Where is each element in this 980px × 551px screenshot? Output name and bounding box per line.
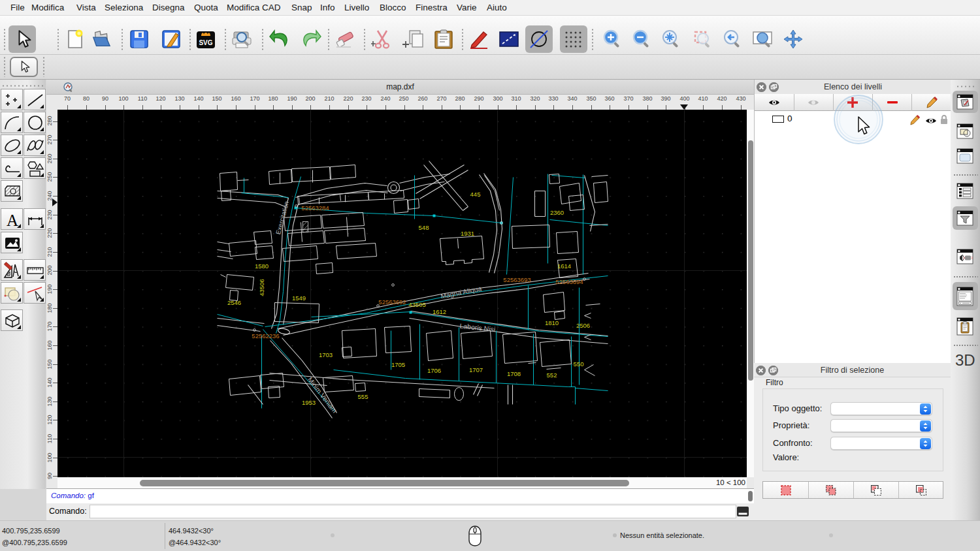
svg-text:548: 548 <box>419 224 429 231</box>
svg-text:1580: 1580 <box>255 262 269 270</box>
svg-text:43506: 43506 <box>258 279 265 296</box>
svg-text:1612: 1612 <box>433 308 446 315</box>
svg-text:1953: 1953 <box>302 399 316 406</box>
svg-text:52562236: 52562236 <box>252 332 279 339</box>
svg-text:1708: 1708 <box>507 370 521 377</box>
svg-text:552: 552 <box>547 371 557 379</box>
svg-text:555: 555 <box>358 393 368 400</box>
svg-text:1705: 1705 <box>391 361 405 368</box>
svg-text:52563693: 52563693 <box>503 276 531 283</box>
svg-text:52563694: 52563694 <box>555 278 583 285</box>
svg-text:2506: 2506 <box>576 322 590 329</box>
svg-text:1706: 1706 <box>427 367 441 374</box>
svg-text:52563692: 52563692 <box>378 298 406 306</box>
svg-text:1931: 1931 <box>461 230 474 237</box>
svg-text:2360: 2360 <box>550 209 564 216</box>
svg-text:1707: 1707 <box>469 366 483 373</box>
svg-text:445: 445 <box>470 191 481 198</box>
svg-text:52563284: 52563284 <box>301 204 329 212</box>
svg-text:2546: 2546 <box>227 299 241 306</box>
svg-text:550: 550 <box>574 360 584 368</box>
svg-text:1549: 1549 <box>292 294 306 302</box>
svg-text:1614: 1614 <box>557 262 571 270</box>
svg-text:1703: 1703 <box>319 351 333 358</box>
svg-text:SVG: SVG <box>199 39 212 46</box>
svg-text:1810: 1810 <box>545 319 559 326</box>
svg-text:43505: 43505 <box>408 301 425 308</box>
